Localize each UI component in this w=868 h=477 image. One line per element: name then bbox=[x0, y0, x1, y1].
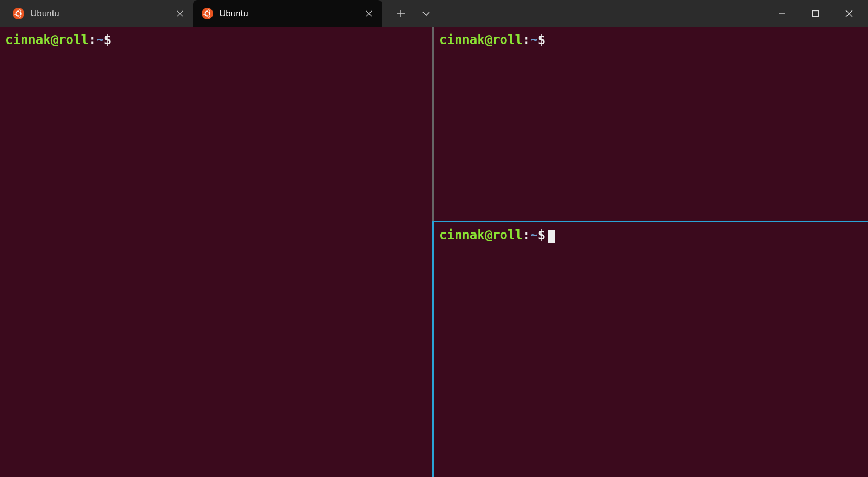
prompt-user-host: cinnak@roll bbox=[439, 228, 523, 242]
svg-rect-7 bbox=[14, 13, 16, 14]
titlebar-drag-region[interactable] bbox=[437, 0, 765, 27]
minimize-button[interactable] bbox=[765, 0, 799, 27]
prompt-colon: : bbox=[523, 33, 530, 47]
terminal-pane-left[interactable]: cinnak@roll:~$ bbox=[0, 27, 434, 477]
terminal-pane-right-top[interactable]: cinnak@roll:~$ bbox=[434, 27, 868, 221]
tab-ubuntu-1[interactable]: Ubuntu bbox=[4, 0, 193, 27]
tab-title: Ubuntu bbox=[219, 8, 358, 19]
svg-rect-15 bbox=[203, 13, 205, 14]
prompt-colon: : bbox=[523, 228, 530, 242]
tab-ubuntu-2[interactable]: Ubuntu bbox=[193, 0, 382, 27]
tab-title: Ubuntu bbox=[30, 8, 169, 19]
maximize-button[interactable] bbox=[799, 0, 832, 27]
tab-close-button[interactable] bbox=[175, 9, 185, 18]
tab-dropdown-button[interactable] bbox=[416, 0, 437, 27]
prompt-path: ~ bbox=[530, 33, 537, 47]
prompt-dollar: $ bbox=[538, 33, 545, 47]
ubuntu-icon bbox=[13, 8, 24, 19]
prompt-dollar: $ bbox=[104, 33, 111, 47]
tab-strip: Ubuntu bbox=[0, 0, 382, 27]
close-window-button[interactable] bbox=[832, 0, 866, 27]
prompt-path: ~ bbox=[530, 228, 537, 242]
ubuntu-icon bbox=[202, 8, 213, 19]
svg-rect-16 bbox=[813, 11, 819, 17]
prompt-path: ~ bbox=[96, 33, 103, 47]
tab-close-button[interactable] bbox=[364, 9, 374, 18]
tab-actions bbox=[382, 0, 437, 27]
prompt-dollar: $ bbox=[538, 228, 545, 242]
prompt-user-host: cinnak@roll bbox=[5, 33, 89, 47]
new-tab-button[interactable] bbox=[390, 0, 411, 27]
prompt-user-host: cinnak@roll bbox=[439, 33, 523, 47]
right-column: cinnak@roll:~$ cinnak@roll:~$ bbox=[434, 27, 868, 477]
prompt-colon: : bbox=[89, 33, 96, 47]
window-controls bbox=[765, 0, 868, 27]
pane-container: cinnak@roll:~$ cinnak@roll:~$ cinnak@rol… bbox=[0, 27, 868, 477]
terminal-pane-right-bottom[interactable]: cinnak@roll:~$ bbox=[432, 221, 868, 478]
titlebar: Ubuntu bbox=[0, 0, 868, 27]
terminal-window: Ubuntu bbox=[0, 0, 868, 477]
text-cursor bbox=[548, 230, 555, 243]
